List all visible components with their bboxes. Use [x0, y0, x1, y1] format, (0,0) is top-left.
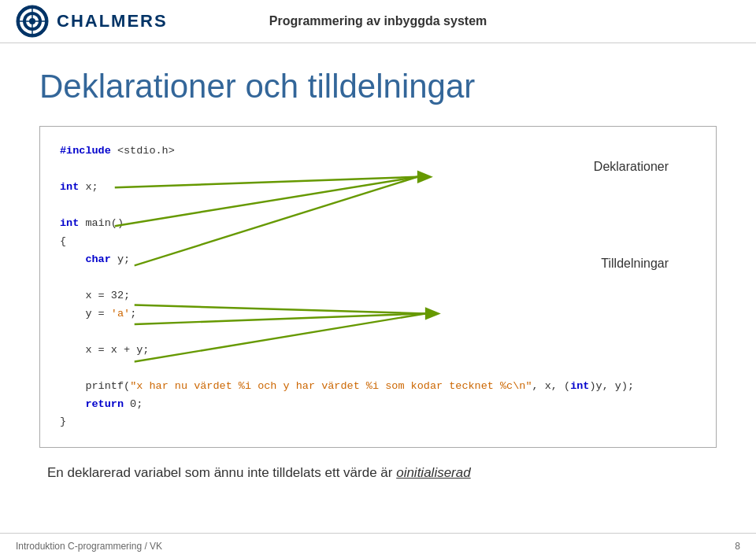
main-content: Deklarationer och tilldelningar #include… [0, 43, 756, 497]
bottom-note: En deklarerad variabel som ännu inte til… [39, 465, 717, 481]
code-printf-str: "x har nu värdet %i och y har värdet %i … [130, 380, 532, 392]
logo-text: CHALMERS [57, 11, 168, 31]
code-int-cast: int [570, 380, 589, 392]
slide-title: Deklarationer och tilldelningar [39, 67, 717, 106]
footer-left: Introduktion C-programmering / VK [16, 541, 162, 552]
bottom-note-prefix: En deklarerad variabel som ännu inte til… [47, 465, 396, 480]
bottom-note-italic: oinitialiserad [396, 465, 471, 480]
code-include: #include [60, 145, 111, 157]
code-char-a: 'a' [111, 308, 130, 320]
header-title: Programmering av inbyggda system [196, 14, 560, 28]
code-return: return [85, 398, 124, 410]
code-box: #include <stdio.h> int x; int main() { c… [39, 126, 717, 448]
footer: Introduktion C-programmering / VK 8 [0, 533, 756, 558]
code-box-wrapper: #include <stdio.h> int x; int main() { c… [39, 126, 717, 448]
footer-right: 8 [735, 541, 740, 552]
logo-area: CHALMERS [16, 5, 196, 38]
annotation-tilldelningar: Tilldelningar [601, 257, 669, 271]
code-area: #include <stdio.h> int x; int main() { c… [60, 142, 696, 431]
chalmers-logo-icon [16, 5, 49, 38]
code-char: char [85, 253, 110, 265]
header: CHALMERS Programmering av inbyggda syste… [0, 0, 756, 43]
annotation-deklarationer: Deklarationer [594, 160, 669, 174]
code-int-x: int [60, 181, 79, 193]
code-int-main: int [60, 217, 79, 229]
